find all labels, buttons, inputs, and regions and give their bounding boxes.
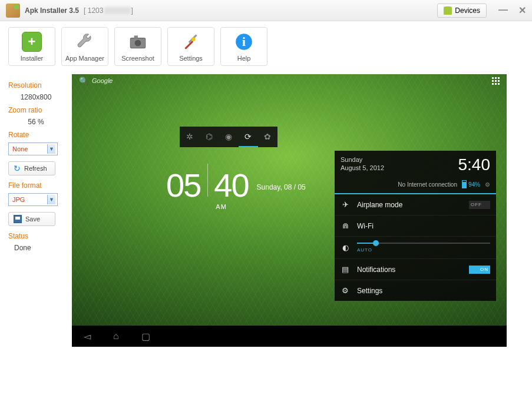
format-label: File format — [8, 181, 64, 190]
device-search-text: Google — [92, 77, 113, 84]
svg-text:i: i — [242, 35, 246, 49]
help-label: Help — [237, 55, 251, 62]
airplane-row: ✈ Airplane mode OFF — [335, 194, 496, 215]
gps-toggle-icon: ◉ — [219, 127, 238, 147]
clock-widget: 05 40 AM Sunday, 08 / 05 — [166, 164, 306, 210]
panel-day: Sunday — [341, 155, 384, 164]
subtitle-prefix: [ 1203 — [84, 6, 103, 15]
resolution-value: 1280x800 — [8, 93, 64, 101]
wifi-icon: ⋒ — [341, 221, 350, 230]
panel-date: August 5, 2012 — [341, 164, 384, 172]
settings-button[interactable]: Settings — [167, 27, 214, 66]
sidebar: Resolution 1280x800 Zoom ratio 56 % Rota… — [0, 73, 72, 398]
app-manager-button[interactable]: App Manager — [61, 27, 108, 66]
floppy-icon — [14, 215, 22, 223]
zoom-label: Zoom ratio — [8, 106, 64, 114]
rotate-select[interactable]: None ▼ — [8, 142, 58, 155]
titlebar: Apk Installer 3.5 [ 1203] Devices — ✕ — [0, 0, 532, 21]
airplane-icon: ✈ — [341, 200, 350, 209]
wifi-row: ⋒ Wi-Fi — [335, 215, 496, 237]
installer-button[interactable]: + Installer — [8, 27, 55, 66]
svg-point-3 — [191, 37, 195, 41]
info-icon: i — [234, 32, 254, 52]
zoom-value: 56 % — [8, 118, 64, 126]
chevron-down-icon: ▼ — [47, 195, 55, 204]
notification-panel: Sunday August 5, 2012 5:40 No Internet c… — [335, 151, 496, 301]
panel-header-date: Sunday August 5, 2012 — [341, 155, 384, 173]
chevron-down-icon: ▼ — [47, 144, 55, 154]
refresh-button[interactable]: ↻ Refresh — [8, 161, 55, 175]
status-label: Status — [8, 232, 64, 240]
wrench-icon — [75, 32, 95, 52]
brightness-auto-label: AUTO — [357, 247, 490, 253]
screenshot-button[interactable]: Screenshot — [114, 27, 161, 66]
preview-pane: 🔍 Google ✲ ⌬ ◉ ⟳ ✿ 05 40 AM S — [72, 73, 532, 398]
clock-hours: 05 — [166, 166, 200, 204]
clock-minutes: 40 — [214, 166, 248, 204]
subtitle-suffix: ] — [131, 6, 133, 15]
notifications-toggle: ON — [469, 266, 490, 274]
panel-time: 5:40 — [458, 155, 491, 174]
refresh-button-label: Refresh — [24, 165, 47, 172]
app-manager-label: App Manager — [65, 55, 104, 62]
panel-header: Sunday August 5, 2012 5:40 — [335, 151, 496, 178]
airplane-label: Airplane mode — [357, 201, 462, 209]
window-subtitle: [ 1203] — [84, 6, 133, 15]
brightness-toggle-icon: ✿ — [258, 127, 277, 147]
home-icon: ⌂ — [113, 331, 119, 341]
format-select[interactable]: JPG ▼ — [8, 193, 58, 206]
settings-row-label: Settings — [357, 287, 490, 295]
brightness-icon: ◐ — [341, 243, 350, 252]
android-icon — [444, 6, 452, 15]
device-screenshot: 🔍 Google ✲ ⌬ ◉ ⟳ ✿ 05 40 AM S — [72, 74, 507, 347]
save-button[interactable]: Save — [8, 212, 55, 226]
minimize-button[interactable]: — — [498, 5, 508, 16]
brightness-slider — [357, 243, 490, 244]
close-button[interactable]: ✕ — [518, 5, 526, 16]
toolbar: + Installer App Manager Screenshot Setti… — [0, 21, 532, 73]
panel-net-status: No Internet connection — [398, 181, 457, 188]
settings-shortcut-icon: ⚙ — [485, 181, 490, 188]
installer-icon: + — [22, 32, 42, 52]
rotate-select-value: None — [12, 145, 28, 152]
battery-percent: 94% — [468, 181, 480, 188]
svg-point-1 — [135, 39, 141, 46]
settings-row: ⚙ Settings — [335, 280, 496, 301]
device-status-bar: 🔍 Google — [72, 74, 507, 87]
notifications-label: Notifications — [357, 266, 462, 274]
airplane-toggle: OFF — [469, 201, 490, 209]
device-navbar: ◅ ⌂ ▢ — [72, 326, 507, 347]
window-title: Apk Installer 3.5 — [25, 6, 79, 15]
battery-icon: 94% — [462, 180, 480, 188]
help-button[interactable]: i Help — [220, 27, 267, 66]
svg-rect-2 — [134, 35, 138, 38]
panel-status-row: No Internet connection 94% ⚙ — [335, 178, 496, 194]
sync-toggle-icon: ⟳ — [239, 127, 258, 147]
save-button-label: Save — [25, 215, 40, 223]
settings-row-icon: ⚙ — [341, 286, 350, 295]
installer-label: Installer — [21, 55, 44, 62]
resolution-label: Resolution — [8, 81, 64, 89]
refresh-icon: ↻ — [14, 164, 21, 173]
rotate-label: Rotate — [8, 131, 64, 139]
wifi-toggle-icon: ✲ — [180, 127, 199, 147]
bluetooth-toggle-icon: ⌬ — [199, 127, 219, 147]
back-icon: ◅ — [84, 331, 91, 342]
app-icon — [6, 4, 20, 18]
recent-icon: ▢ — [141, 331, 150, 342]
notifications-row: ▤ Notifications ON — [335, 259, 496, 280]
devices-button-label: Devices — [455, 6, 480, 15]
content: Resolution 1280x800 Zoom ratio 56 % Rota… — [0, 73, 532, 398]
search-icon: 🔍 — [79, 77, 88, 85]
settings-label: Settings — [179, 55, 203, 62]
brightness-row: ◐ AUTO — [335, 237, 496, 259]
apps-grid-icon — [492, 77, 500, 85]
subtitle-blurred — [104, 7, 131, 14]
format-select-value: JPG — [12, 196, 25, 203]
wifi-label: Wi-Fi — [357, 222, 490, 230]
window-controls: — ✕ — [498, 5, 526, 16]
devices-button[interactable]: Devices — [437, 4, 487, 18]
camera-icon — [128, 32, 148, 52]
clock-date: Sunday, 08 / 05 — [257, 183, 306, 191]
clock-ampm: AM — [216, 203, 248, 210]
